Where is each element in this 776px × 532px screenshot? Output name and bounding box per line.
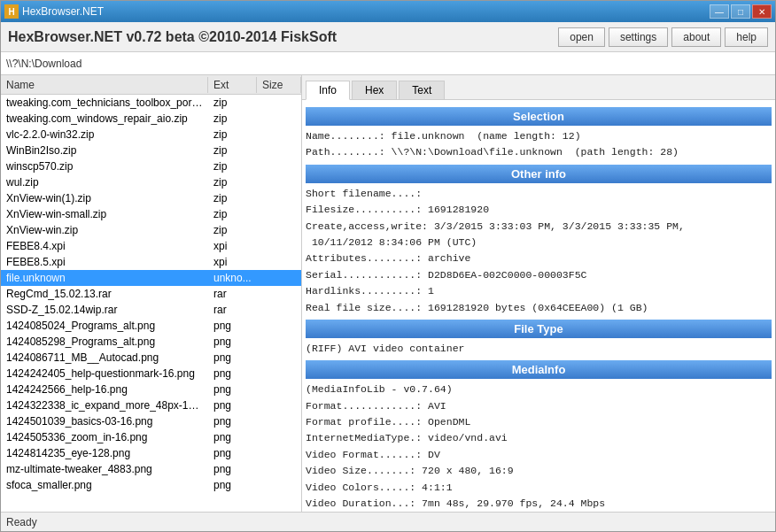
file-ext: zip: [208, 159, 257, 173]
info-line: Create,access,write: 3/3/2015 3:33:03 PM…: [306, 219, 772, 235]
maximize-button[interactable]: □: [731, 4, 750, 19]
table-row[interactable]: 1424322338_ic_expand_more_48px-16.... pn…: [1, 397, 301, 413]
file-ext: png: [208, 462, 257, 476]
file-ext: zip: [208, 207, 257, 221]
file-name: 1424085298_Programs_alt.png: [1, 335, 208, 349]
minimize-button[interactable]: —: [710, 4, 729, 19]
tab-hex[interactable]: Hex: [352, 81, 397, 99]
file-size: [257, 261, 301, 263]
close-button[interactable]: ✕: [752, 4, 772, 19]
table-row[interactable]: WinBin2Iso.zip zip: [1, 143, 301, 158]
file-name: XnView-win.zip: [1, 223, 208, 237]
app-icon: H: [4, 4, 19, 19]
file-ext: zip: [208, 127, 257, 142]
table-row[interactable]: XnView-win-small.zip zip: [1, 206, 301, 222]
file-size: [257, 325, 301, 327]
open-button[interactable]: open: [558, 27, 605, 47]
tab-bar: InfoHexText: [302, 75, 775, 100]
file-name: 1424814235_eye-128.png: [1, 446, 208, 460]
table-row[interactable]: XnView-win(1).zip zip: [1, 190, 301, 206]
file-name: WinBin2Iso.zip: [1, 143, 208, 158]
file-ext: png: [208, 478, 257, 492]
table-row[interactable]: XnView-win.zip zip: [1, 222, 301, 238]
file-ext: xpi: [208, 239, 257, 253]
column-header-size[interactable]: Size: [257, 77, 301, 93]
table-row[interactable]: tweaking.com_windows_repair_aio.zip zip: [1, 111, 301, 127]
table-row[interactable]: wul.zip zip: [1, 174, 301, 190]
file-ext: zip: [208, 223, 257, 237]
table-row[interactable]: 1424505336_zoom_in-16.png png: [1, 429, 301, 445]
info-line: (MediaInfoLib - v0.7.64): [306, 382, 772, 397]
status-bar: Ready: [1, 512, 775, 531]
info-line: 10/11/2012 8:34:06 PM (UTC): [306, 235, 772, 251]
info-content[interactable]: SelectionName........: file.unknown (nam…: [302, 100, 775, 512]
file-size: [257, 150, 301, 151]
table-row[interactable]: 1424814235_eye-128.png png: [1, 445, 301, 461]
file-name: 1424086711_MB__Autocad.png: [1, 351, 208, 365]
file-name: 1424501039_basics-03-16.png: [1, 414, 208, 428]
file-size: [257, 229, 301, 231]
file-panel: Name Ext Size tweaking.com_technicians_t…: [1, 75, 302, 512]
table-row[interactable]: FEBE8.5.xpi xpi: [1, 254, 301, 270]
file-name: tweaking.com_technicians_toolbox_port...: [1, 96, 208, 110]
table-row[interactable]: 1424242405_help-questionmark-16.png png: [1, 366, 301, 382]
file-size: [257, 309, 301, 311]
file-size: [257, 213, 301, 215]
file-name: 1424242405_help-questionmark-16.png: [1, 366, 208, 381]
file-name: 1424505336_zoom_in-16.png: [1, 430, 208, 444]
table-row[interactable]: tweaking.com_technicians_toolbox_port...…: [1, 95, 301, 111]
app-title: HexBrowser.NET v0.72 beta ©2010-2014 Fis…: [8, 29, 337, 45]
table-row[interactable]: SSD-Z_15.02.14wip.rar rar: [1, 302, 301, 318]
file-name: XnView-win-small.zip: [1, 207, 208, 221]
file-size: [257, 452, 301, 454]
window-controls: — □ ✕: [710, 4, 772, 19]
info-line: Filesize..........: 1691281920: [306, 202, 772, 218]
file-size: [257, 293, 301, 295]
table-row[interactable]: 1424242566_help-16.png png: [1, 382, 301, 397]
tab-text[interactable]: Text: [399, 81, 445, 99]
help-button[interactable]: help: [725, 27, 768, 47]
table-row[interactable]: winscp570.zip zip: [1, 158, 301, 174]
file-list[interactable]: tweaking.com_technicians_toolbox_port...…: [1, 95, 301, 512]
table-row[interactable]: mz-ultimate-tweaker_4883.png png: [1, 461, 301, 477]
table-row[interactable]: vlc-2.2.0-win32.zip zip: [1, 127, 301, 143]
file-name: tweaking.com_windows_repair_aio.zip: [1, 112, 208, 126]
file-name: FEBE8.4.xpi: [1, 239, 208, 253]
file-size: [257, 277, 301, 279]
info-line: Path........: \\?\N:\Download\file.unkno…: [306, 144, 772, 160]
file-size: [257, 166, 301, 167]
file-name: vlc-2.2.0-win32.zip: [1, 127, 208, 142]
file-size: [257, 468, 301, 470]
column-header-ext[interactable]: Ext: [208, 77, 257, 93]
table-row[interactable]: 1424086711_MB__Autocad.png png: [1, 350, 301, 366]
table-row[interactable]: RegCmd_15.02.13.rar rar: [1, 286, 301, 302]
file-size: [257, 405, 301, 406]
file-list-header: Name Ext Size: [1, 75, 301, 95]
file-name: SSD-Z_15.02.14wip.rar: [1, 303, 208, 317]
info-line: InternetMediaType.: video/vnd.avi: [306, 430, 772, 446]
window-title: HexBrowser.NET: [22, 5, 104, 18]
settings-button[interactable]: settings: [609, 27, 668, 47]
table-row[interactable]: 1424501039_basics-03-16.png png: [1, 413, 301, 429]
file-size: [257, 341, 301, 343]
table-row[interactable]: 1424085024_Programs_alt.png png: [1, 318, 301, 334]
file-ext: xpi: [208, 255, 257, 269]
about-button[interactable]: about: [671, 27, 721, 47]
info-line: Format............: AVI: [306, 398, 772, 414]
file-name: sfoca_smaller.png: [1, 478, 208, 492]
table-row[interactable]: file.unknown unkno...: [1, 270, 301, 286]
file-ext: png: [208, 446, 257, 460]
file-name: winscp570.zip: [1, 159, 208, 173]
file-name: 1424242566_help-16.png: [1, 382, 208, 397]
column-header-name[interactable]: Name: [1, 77, 208, 93]
toolbar-buttons: open settings about help: [558, 27, 768, 47]
tab-info[interactable]: Info: [306, 81, 350, 100]
file-name: 1424085024_Programs_alt.png: [1, 319, 208, 333]
table-row[interactable]: 1424085298_Programs_alt.png png: [1, 334, 301, 350]
table-row[interactable]: sfoca_smaller.png png: [1, 477, 301, 493]
section-header: File Type: [306, 320, 772, 338]
file-ext: unkno...: [208, 271, 257, 285]
table-row[interactable]: FEBE8.4.xpi xpi: [1, 238, 301, 254]
info-line: Short filename....:: [306, 186, 772, 202]
file-ext: zip: [208, 143, 257, 158]
